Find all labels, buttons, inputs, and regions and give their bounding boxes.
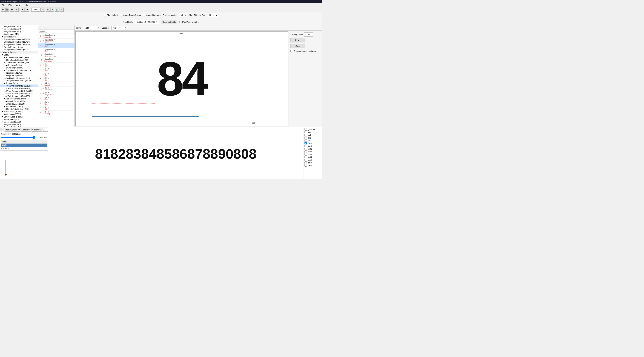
feature-ss02-cb[interactable] — [304, 150, 307, 153]
glyph-item-47b[interactable]: 4 7 @4 y seven.jalt — [38, 111, 74, 115]
tree-arrow-jalt[interactable]: ▶ — [4, 77, 6, 79]
glyph-item-31[interactable]: 3 1 @3 y @1 s — [38, 72, 74, 77]
toolbar-btn-1[interactable]: 🗁 — [1, 8, 5, 12]
glyph-add-btn[interactable]: + — [38, 26, 42, 29]
toolbar-btn-undo[interactable]: ↩ — [10, 8, 14, 12]
first-glyph-dropdown[interactable]: eight — [83, 26, 99, 30]
tree-item-ligature4-top[interactable]: S Ligature4 (30/30) — [0, 25, 38, 28]
glyph-item-14b[interactable]: 1 4 @1 y @4 s — [38, 67, 74, 72]
feature-dropdown[interactable]: Custom — [32, 128, 42, 132]
tree-item-pairadj5[interactable]: AV PairAdjustment5 (4/198) — [0, 95, 38, 97]
tree-item-single6-1[interactable]: S SingleSubstitution6 (16/16) — [0, 38, 38, 41]
tree-arrow-dlig[interactable]: ▼ — [4, 69, 6, 71]
tree-item-swash-top[interactable]: ▼ Swash (swsh) — [0, 36, 38, 38]
tree-arrow-calt[interactable]: ▶ — [4, 62, 6, 64]
toolbar-btn-6[interactable]: ⏹ — [25, 8, 29, 12]
tree-item-alt4[interactable]: A Alternate4 (23/23) — [0, 113, 38, 116]
feature-kern-cb[interactable] — [304, 142, 307, 144]
tree-arrow-mark[interactable]: ▼ — [4, 98, 6, 100]
tree-item-single2[interactable]: S SingleSubstitution2 (22/22) — [0, 79, 38, 82]
glyph-item-47a[interactable]: 4 7 @4 y @7 s — [38, 106, 74, 111]
tree-arrow-kern[interactable]: ▼ — [4, 82, 6, 84]
weight-bar-800[interactable]: 800 B — [1, 144, 47, 147]
tree-item-ss01[interactable]: ▼ StylisticSet1_1 (ss01) — [0, 110, 38, 113]
toolbar-btn-11[interactable]: ☁ — [60, 8, 64, 12]
tree-item-pairadj4[interactable]: AV PairAdjustment4 (186/2938) — [0, 92, 38, 95]
toolbar-btn-redo[interactable]: ↪ — [14, 8, 18, 12]
tree-item-ss03[interactable]: ▼ StylisticSet3 (ss03) — [0, 121, 38, 123]
tree-item-single4[interactable]: S SingleSubstitution4 (1/3) — [0, 108, 38, 110]
glyph-item-40[interactable]: 4 0 @4 y @agol mis s — [38, 91, 74, 96]
weight-value-input[interactable] — [36, 136, 47, 139]
toolbar-btn-5[interactable]: ▶ — [21, 8, 25, 12]
tree-arrow-aalt[interactable]: ▶ — [4, 57, 6, 58]
tree-item-hebrew[interactable]: ▼ Hebrew (hebr) — [0, 51, 38, 54]
glyph-item-04[interactable]: 0 4 @agol mis y @4 s — [38, 43, 74, 48]
glyph-item-0bs[interactable]: 0\ @agol mix y backslash — [38, 58, 74, 63]
bottom-add-btn[interactable]: + — [0, 128, 2, 131]
feature-shaper-cb[interactable] — [304, 128, 307, 131]
tree-arrow-default[interactable]: ▼ — [2, 54, 4, 56]
reset-button[interactable]: Reset — [290, 38, 305, 43]
show-advanced-checkbox[interactable] — [290, 50, 293, 52]
tree-item-ss04-top[interactable]: ▼ StylisticSet4 (ss04) — [0, 28, 38, 30]
tree-arrow-hebrew[interactable]: ▼ — [0, 51, 2, 53]
bottom-remove-btn[interactable]: − — [2, 128, 4, 131]
tree-item-ligature2-1[interactable]: S Ligature2 (10/10) — [0, 30, 38, 33]
expand-dots[interactable]: ...... — [290, 54, 320, 57]
tree-item-pairadj3[interactable]: AV PairAdjustment3 (149/2289) — [0, 90, 38, 92]
toolbar-btn-10[interactable]: 🔊 — [55, 8, 59, 12]
tree-item-pairadj1[interactable]: AV PairAdjustment1 (92/1283) — [0, 85, 38, 87]
right-to-left-checkbox[interactable] — [104, 14, 106, 17]
tree-arrow-ss04[interactable]: ▼ — [2, 28, 4, 30]
tree-item-kern[interactable]: ▼ Kerning (kern) — [0, 82, 38, 85]
menu-view[interactable]: View — [15, 4, 21, 7]
tree-item-marktobase1[interactable]: ◆ MarkToBase1 (1134) — [0, 100, 38, 103]
feature-swsh-cb[interactable] — [304, 159, 307, 161]
tree-item-single8-1[interactable]: S SingleSubstitution8 (17/17) — [0, 41, 38, 43]
tree-item-chaining2[interactable]: ◆ ChainingContext2 — [0, 66, 38, 69]
tree-item-chaining1[interactable]: ◆ ChainingContext1 — [0, 64, 38, 66]
feature-mark-cb[interactable] — [304, 145, 307, 147]
tree-item-default[interactable]: ▼ Default — [0, 54, 38, 56]
toolbar-btn-8[interactable]: ⊞ — [46, 8, 50, 12]
glyph-search-input[interactable] — [38, 30, 74, 34]
tree-arrow-ss03[interactable]: ▼ — [2, 121, 4, 123]
tree-item-single1[interactable]: S SingleSubstitution1 (9/9) — [0, 59, 38, 61]
feature-jalt-cb[interactable] — [304, 139, 307, 142]
tree-item-single7-1[interactable]: S SingleSubstitution7 (14/14) — [0, 43, 38, 46]
glyph-item-32[interactable]: 3 2 @3 y @2 s — [38, 77, 74, 82]
feature-dlig-cb[interactable] — [304, 137, 307, 139]
tree-item-dlig[interactable]: ▼ DiscretionaryLigatures (dlig) — [0, 69, 38, 72]
tree-arrow-zero[interactable]: ▼ — [4, 106, 6, 107]
process-marks-dropdown[interactable]: All — [179, 13, 187, 17]
tree-item-marktobase2[interactable]: ◆ MarkToBase2 (690) — [0, 103, 38, 105]
tree-item-alternate2-1[interactable]: A Alternate2 (4/4) — [0, 33, 38, 36]
mark-filtering-dropdown[interactable]: None — [208, 13, 218, 17]
feature-aalt-cb[interactable] — [304, 131, 307, 133]
tree-item-lig1[interactable]: S Ligature1 (18/18) — [0, 72, 38, 74]
tree-item-tnum-top[interactable]: ▼ TabularFigures (tnum) — [0, 46, 38, 48]
tree-item-mark[interactable]: ▼ MarkPositioning (mark) — [0, 97, 38, 100]
script-dropdown[interactable]: Hebrew (hebr) — [4, 128, 20, 132]
tree-item-lig3[interactable]: S Ligature3 (17/21) — [0, 74, 38, 77]
subtable-dropdown[interactable]: Subtable 1 (92/1283) — [135, 20, 159, 24]
pair-format-checkbox[interactable] — [179, 21, 182, 23]
glyph-item-00[interactable]: 0 0 @agol mis y @agol mis s — [38, 39, 74, 43]
toolbar-zoom-fit[interactable]: ⊡ — [41, 8, 45, 12]
feature-zero-cb[interactable] — [304, 164, 307, 167]
menu-file[interactable]: File — [1, 4, 6, 7]
toolbar-btn-2[interactable]: 💾 — [5, 8, 10, 12]
tree-arrow-tnum[interactable]: ▼ — [2, 46, 4, 48]
weight-slider[interactable] — [1, 136, 35, 139]
glyph-item-42[interactable]: 4 2 @4 y @2 s — [38, 101, 74, 106]
menu-edit[interactable]: Edit — [8, 4, 13, 7]
feature-ss04-cb[interactable] — [304, 156, 307, 158]
tree-arrow-ss01[interactable]: ▼ — [2, 111, 4, 113]
feature-ss03-cb[interactable] — [304, 153, 307, 156]
glyph-item-41[interactable]: 4 1 @4 y @1 s — [38, 96, 74, 101]
clear-button[interactable]: Clear — [290, 44, 305, 48]
clear-subtable-button[interactable]: Clear Subtable — [161, 20, 177, 24]
glyph-item-3caret[interactable]: 3^ @3 y ascicircum — [38, 87, 74, 91]
toolbar-btn-9[interactable]: ⊟ — [50, 8, 54, 12]
